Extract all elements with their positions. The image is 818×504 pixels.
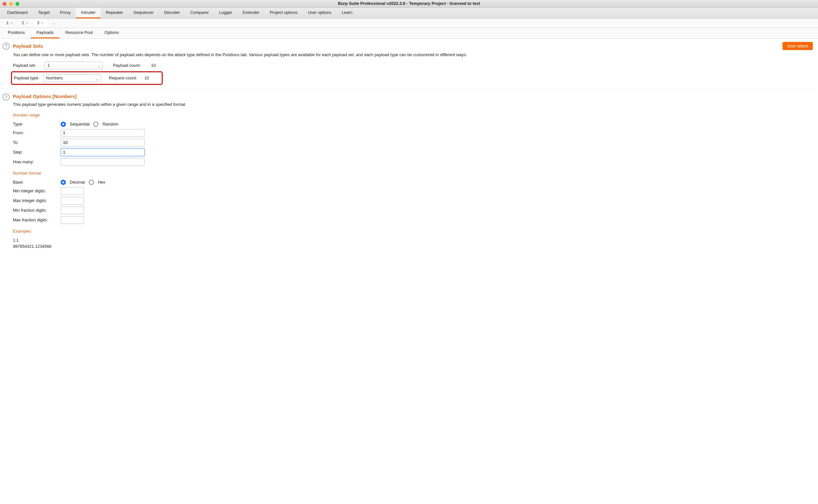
- window-close-button[interactable]: [3, 2, 6, 6]
- tab-resource-pool[interactable]: Resource Pool: [59, 28, 98, 38]
- chevron-down-icon: [98, 64, 100, 67]
- tab-positions[interactable]: Positions: [2, 28, 31, 38]
- titlebar: Burp Suite Professional v2022.3.8 - Temp…: [0, 0, 818, 8]
- from-input[interactable]: [61, 129, 145, 137]
- to-input[interactable]: [61, 139, 145, 146]
- payload-options-description: This payload type generates numeric payl…: [13, 102, 813, 107]
- attack-tabs: 1 × 2 × 3 × ...: [0, 19, 818, 28]
- request-count-value: 10: [144, 75, 149, 81]
- radio-hex[interactable]: [89, 180, 94, 185]
- close-icon[interactable]: ×: [26, 21, 28, 25]
- help-icon[interactable]: ?: [3, 94, 10, 101]
- attack-tab-label: 3: [37, 20, 39, 26]
- main-tab-logger[interactable]: Logger: [214, 8, 237, 18]
- request-count-label: Request count:: [109, 75, 144, 81]
- max-fraction-digits-input[interactable]: [61, 216, 84, 224]
- help-icon[interactable]: ?: [3, 43, 10, 50]
- tab-options[interactable]: Options: [99, 28, 125, 38]
- type-label: Type:: [13, 121, 58, 127]
- radio-random[interactable]: [93, 122, 98, 127]
- attack-tab-label: 1: [6, 20, 9, 26]
- base-label: Base:: [13, 179, 58, 185]
- section-divider: [3, 89, 813, 89]
- min-integer-digits-label: Min integer digits:: [13, 188, 58, 194]
- window-title: Burp Suite Professional v2022.3.8 - Temp…: [0, 1, 818, 6]
- attack-tab-1[interactable]: 1 ×: [2, 19, 17, 27]
- main-tab-project-options[interactable]: Project options: [265, 8, 303, 18]
- radio-random-label: Random: [102, 121, 118, 127]
- main-tab-target[interactable]: Target: [33, 8, 55, 18]
- payload-count-label: Payload count:: [113, 63, 148, 68]
- window-maximize-button[interactable]: [15, 2, 19, 6]
- chevron-down-icon: [96, 77, 99, 79]
- payload-type-value: Numbers: [46, 75, 63, 81]
- main-tab-intruder[interactable]: Intruder: [76, 8, 101, 18]
- main-tab-comparer[interactable]: Comparer: [185, 8, 214, 18]
- main-tab-decoder[interactable]: Decoder: [159, 8, 185, 18]
- from-label: From:: [13, 130, 58, 136]
- example-value-2: 987654321.1234568: [13, 244, 813, 249]
- close-icon[interactable]: ×: [41, 21, 43, 25]
- example-value-1: 1.1: [13, 237, 813, 243]
- payload-count-value: 10: [151, 63, 156, 68]
- payload-options-section: ? Payload Options [Numbers] This payload…: [3, 93, 813, 249]
- payload-sets-description: You can define one or more payload sets.…: [13, 52, 813, 58]
- payload-options-title: Payload Options [Numbers]: [13, 93, 77, 100]
- payload-set-value: 1: [47, 63, 50, 68]
- min-fraction-digits-input[interactable]: [61, 207, 84, 214]
- main-tab-dashboard[interactable]: Dashboard: [2, 8, 33, 18]
- main-tab-repeater[interactable]: Repeater: [101, 8, 128, 18]
- radio-sequential[interactable]: [61, 122, 66, 127]
- start-attack-button[interactable]: Start attack: [783, 42, 813, 50]
- main-tab-extender[interactable]: Extender: [237, 8, 265, 18]
- min-fraction-digits-label: Min fraction digits:: [13, 207, 58, 213]
- radio-sequential-label: Sequential: [70, 121, 89, 127]
- how-many-label: How many:: [13, 159, 58, 165]
- to-label: To:: [13, 140, 58, 146]
- max-integer-digits-label: Max integer digits:: [13, 198, 58, 204]
- window-minimize-button[interactable]: [9, 2, 13, 6]
- radio-decimal[interactable]: [61, 180, 66, 185]
- number-format-heading: Number format: [13, 170, 813, 176]
- step-label: Step:: [13, 149, 58, 155]
- main-tab-learn[interactable]: Learn: [337, 8, 358, 18]
- radio-hex-label: Hex: [98, 179, 105, 185]
- tab-payloads[interactable]: Payloads: [31, 28, 59, 38]
- payload-sets-section: ? Payload Sets Start attack You can defi…: [3, 42, 813, 85]
- main-tabs: Dashboard Target Proxy Intruder Repeater…: [0, 8, 818, 19]
- payload-type-label: Payload type:: [14, 75, 43, 81]
- how-many-input[interactable]: [61, 158, 145, 166]
- attack-tab-label: 2: [22, 20, 24, 26]
- attack-tab-add[interactable]: ...: [48, 19, 61, 27]
- payload-type-select[interactable]: Numbers: [43, 74, 101, 82]
- highlighted-payload-type-row: Payload type: Numbers Request count: 10: [11, 71, 163, 85]
- main-tab-sequencer[interactable]: Sequencer: [128, 8, 159, 18]
- main-tab-user-options[interactable]: User options: [303, 8, 337, 18]
- examples-heading: Examples: [13, 228, 813, 234]
- number-range-heading: Number range: [13, 112, 813, 118]
- close-icon[interactable]: ×: [11, 21, 13, 25]
- main-tab-proxy[interactable]: Proxy: [55, 8, 76, 18]
- step-input[interactable]: [61, 148, 145, 156]
- payload-sets-title: Payload Sets: [13, 43, 43, 49]
- intruder-subtabs: Positions Payloads Resource Pool Options: [0, 28, 818, 39]
- radio-decimal-label: Decimal: [70, 179, 85, 185]
- attack-tab-2[interactable]: 2 ×: [17, 19, 33, 27]
- payload-set-label: Payload set:: [13, 63, 42, 68]
- max-integer-digits-input[interactable]: [61, 197, 84, 205]
- min-integer-digits-input[interactable]: [61, 187, 84, 195]
- payload-set-select[interactable]: 1: [45, 62, 103, 69]
- max-fraction-digits-label: Max fraction digits:: [13, 217, 58, 223]
- attack-tab-3[interactable]: 3 ×: [33, 19, 48, 27]
